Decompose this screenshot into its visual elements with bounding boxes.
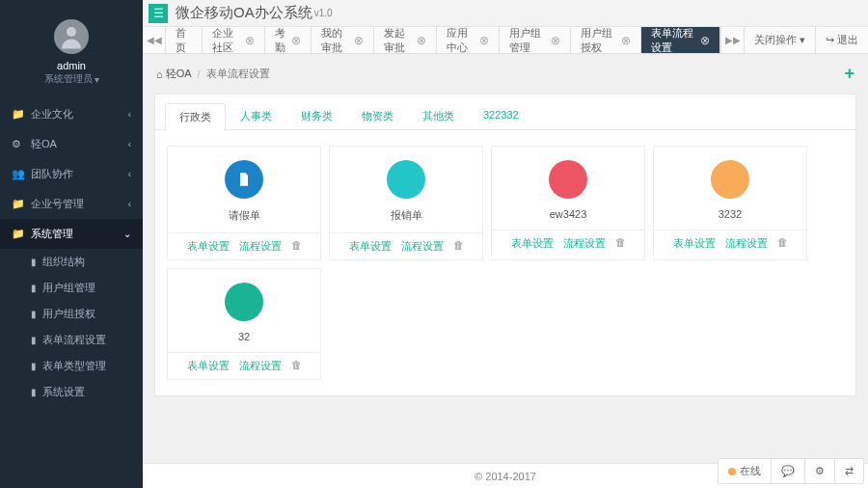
- chevron-left-icon: ‹: [128, 169, 131, 179]
- tab-应用中心[interactable]: 应用中心⊗: [437, 27, 500, 53]
- card-footer: 表单设置流程设置🗑: [330, 232, 482, 259]
- breadcrumb-home[interactable]: ⌂ 轻OA: [156, 67, 192, 81]
- tab-用户组管理[interactable]: 用户组管理⊗: [500, 27, 570, 53]
- card-circle-icon: [225, 160, 263, 199]
- category-tab[interactable]: 其他类: [408, 102, 469, 129]
- sidebar-item-enterprise[interactable]: 📁 企业号管理 ‹: [0, 189, 143, 219]
- nav-sub-usergroup[interactable]: ▮用户组管理: [0, 275, 143, 301]
- folder-icon: 📁: [12, 108, 23, 121]
- tab-我的审批[interactable]: 我的审批⊗: [312, 27, 374, 53]
- form-card: 请假单表单设置流程设置🗑: [167, 146, 321, 260]
- avatar[interactable]: [54, 19, 89, 54]
- cards-grid: 请假单表单设置流程设置🗑报销单表单设置流程设置🗑ew3423表单设置流程设置🗑3…: [155, 130, 855, 395]
- tab-scroll-left[interactable]: ◀◀: [143, 27, 166, 53]
- flow-settings-link[interactable]: 流程设置: [401, 239, 444, 254]
- tab-首页[interactable]: 首页: [166, 27, 203, 53]
- category-tab[interactable]: 人事类: [226, 102, 286, 129]
- tab-考勤[interactable]: 考勤⊗: [265, 27, 312, 53]
- delete-icon[interactable]: 🗑: [453, 239, 464, 254]
- close-icon[interactable]: ⊗: [551, 34, 560, 47]
- card-title: 32: [168, 331, 320, 342]
- close-icon[interactable]: ⊗: [621, 34, 631, 47]
- tab-label: 考勤: [275, 27, 287, 53]
- sidebar-item-label: 团队协作: [31, 167, 73, 181]
- sidebar-item-culture[interactable]: 📁 企业文化 ‹: [0, 99, 143, 129]
- nav-sub-userauth[interactable]: ▮用户组授权: [0, 301, 143, 327]
- breadcrumb-current: 表单流程设置: [206, 67, 270, 81]
- delete-icon[interactable]: 🗑: [777, 236, 788, 251]
- chat-icon: 💬: [781, 465, 795, 477]
- card-title: 3232: [654, 208, 806, 220]
- tab-用户组授权[interactable]: 用户组授权⊗: [571, 27, 641, 53]
- chevron-left-icon: ‹: [128, 199, 131, 209]
- tab-scroll-right[interactable]: ▶▶: [720, 27, 744, 53]
- team-icon: 👥: [12, 168, 23, 180]
- category-tab[interactable]: 财务类: [286, 102, 347, 129]
- flow-settings-link[interactable]: 流程设置: [725, 236, 768, 251]
- sidebar-item-label: 轻OA: [31, 137, 57, 151]
- status-dot-icon: [728, 468, 736, 475]
- file-icon: ▮: [31, 283, 37, 293]
- gear-icon: ⚙: [12, 138, 23, 150]
- form-card: 32表单设置流程设置🗑: [167, 268, 321, 380]
- form-card: ew3423表单设置流程设置🗑: [491, 146, 645, 260]
- delete-icon[interactable]: 🗑: [615, 236, 626, 251]
- sidebar-toggle-button[interactable]: ☰: [149, 4, 168, 23]
- app-title: 微企移动OA办公系统: [176, 4, 312, 22]
- form-settings-link[interactable]: 表单设置: [349, 239, 392, 254]
- close-icon[interactable]: ⊗: [245, 34, 255, 47]
- sidebar-item-label: 系统管理: [31, 227, 73, 241]
- form-settings-link[interactable]: 表单设置: [187, 239, 230, 254]
- form-settings-link[interactable]: 表单设置: [511, 236, 554, 251]
- flow-settings-link[interactable]: 流程设置: [239, 239, 282, 254]
- tab-label: 发起审批: [384, 27, 413, 53]
- gear-icon: ⚙: [815, 465, 825, 477]
- category-tab[interactable]: 物资类: [347, 102, 408, 129]
- nav-sub-formtype[interactable]: ▮表单类型管理: [0, 353, 143, 379]
- sidebar-item-system[interactable]: 📁 系统管理 ⌄: [0, 219, 143, 249]
- close-icon[interactable]: ⊗: [479, 34, 489, 47]
- close-icon[interactable]: ⊗: [354, 34, 364, 47]
- flow-settings-link[interactable]: 流程设置: [239, 359, 282, 373]
- dock-chat[interactable]: 💬: [772, 459, 805, 483]
- sidebar-item-team[interactable]: 👥 团队协作 ‹: [0, 159, 143, 189]
- sidebar-item-label: 企业文化: [31, 107, 73, 122]
- flow-settings-link[interactable]: 流程设置: [563, 236, 606, 251]
- card-footer: 表单设置流程设置🗑: [168, 232, 320, 259]
- close-icon[interactable]: ⊗: [291, 34, 301, 47]
- card-title: 报销单: [330, 208, 482, 223]
- category-tab[interactable]: 322332: [469, 102, 533, 129]
- nav-sub-syssettings[interactable]: ▮系统设置: [0, 379, 143, 405]
- breadcrumb-separator: /: [198, 68, 201, 80]
- category-tab[interactable]: 行政类: [165, 103, 226, 130]
- content-area: ⌂ 轻OA / 表单流程设置 + 行政类人事类财务类物资类其他类322332 请…: [143, 54, 868, 463]
- tab-企业社区[interactable]: 企业社区⊗: [203, 27, 265, 53]
- svg-point-0: [67, 27, 76, 37]
- dock-online[interactable]: 在线: [719, 459, 772, 483]
- chevron-left-icon: ‹: [128, 109, 131, 120]
- dock-settings[interactable]: ⚙: [805, 459, 835, 483]
- tab-close-ops[interactable]: 关闭操作 ▾: [744, 27, 815, 53]
- form-settings-link[interactable]: 表单设置: [673, 236, 716, 251]
- user-role-dropdown[interactable]: 系统管理员 ▾: [44, 72, 99, 86]
- delete-icon[interactable]: 🗑: [291, 239, 302, 254]
- tab-表单流程设置[interactable]: 表单流程设置⊗: [641, 27, 720, 53]
- file-icon: ▮: [31, 335, 37, 345]
- close-icon[interactable]: ⊗: [417, 34, 426, 47]
- bottom-dock: 在线 💬 ⚙ ⇄: [718, 458, 864, 484]
- dock-swap[interactable]: ⇄: [835, 459, 863, 483]
- card-circle-icon: [711, 160, 749, 199]
- add-button[interactable]: +: [844, 64, 854, 84]
- sidebar-item-label: 企业号管理: [31, 197, 84, 211]
- exit-button[interactable]: ↪ 退出: [815, 27, 868, 53]
- sidebar-item-lightoa[interactable]: ⚙ 轻OA ‹: [0, 129, 143, 159]
- delete-icon[interactable]: 🗑: [291, 359, 302, 373]
- nav-sub-formflow[interactable]: ▮表单流程设置: [0, 327, 143, 353]
- file-icon: ▮: [31, 387, 37, 397]
- tab-发起审批[interactable]: 发起审批⊗: [374, 27, 437, 53]
- nav-sub-org[interactable]: ▮组织结构: [0, 249, 143, 275]
- close-icon[interactable]: ⊗: [700, 34, 710, 47]
- form-settings-link[interactable]: 表单设置: [187, 359, 230, 373]
- file-icon: ▮: [31, 309, 37, 319]
- card-title: ew3423: [492, 208, 644, 220]
